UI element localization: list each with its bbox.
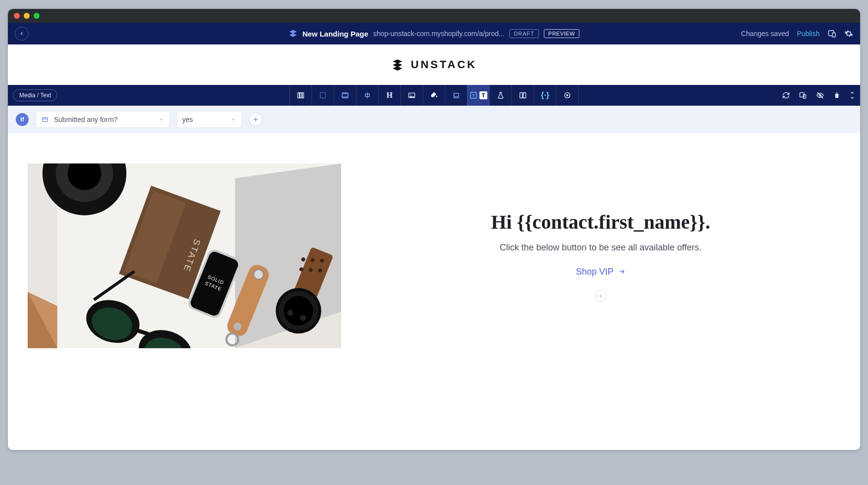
page-url: shop-unstack-com.myshopify.com/a/prod...: [373, 30, 505, 38]
svg-point-12: [410, 94, 411, 95]
publish-button[interactable]: Publish: [797, 30, 820, 38]
tool-align[interactable]: [356, 85, 378, 106]
move-up-button[interactable]: [849, 90, 855, 95]
tool-layout[interactable]: [512, 85, 534, 106]
device-preview-button[interactable]: [828, 29, 836, 38]
app-window: New Landing Page shop-unstack-com.myshop…: [8, 9, 860, 450]
tool-device[interactable]: [799, 91, 807, 99]
tool-visibility[interactable]: [816, 91, 825, 99]
chevron-down-icon: [231, 117, 237, 122]
settings-button[interactable]: [844, 29, 853, 38]
svg-point-20: [567, 95, 568, 96]
app-topbar: New Landing Page shop-unstack-com.myshop…: [8, 23, 860, 44]
section-media[interactable]: STATE SOLID STATE: [28, 163, 341, 348]
content-headline[interactable]: Hi {{contact.first_name}}.: [361, 210, 840, 234]
svg-rect-5: [320, 93, 326, 98]
window-minimize-button[interactable]: [24, 13, 30, 19]
chevron-left-icon: [19, 31, 25, 37]
save-status: Changes saved: [741, 30, 789, 38]
svg-rect-6: [342, 94, 348, 97]
stack-icon: [288, 29, 297, 38]
tool-width[interactable]: [334, 85, 356, 106]
section-right-tools: [782, 85, 855, 106]
unstack-logo-icon: [391, 58, 404, 71]
window-titlebar: [8, 9, 860, 23]
form-icon: [41, 116, 49, 123]
editor-canvas: STATE SOLID STATE: [8, 134, 860, 450]
section-type-tag[interactable]: Media / Text: [13, 89, 57, 101]
svg-rect-13: [454, 93, 458, 97]
cta-label: Shop VIP: [576, 267, 613, 277]
svg-rect-17: [520, 93, 522, 98]
draft-badge: DRAFT: [510, 29, 539, 38]
section-toolbar: Media / Text H T T {·}: [8, 85, 860, 106]
condition-bar: If Submitted any form? yes +: [8, 106, 860, 134]
back-button[interactable]: [15, 27, 29, 40]
condition-value-label: yes: [182, 116, 193, 123]
content-cta-link[interactable]: Shop VIP: [576, 267, 625, 277]
tool-target[interactable]: [556, 85, 579, 106]
tool-heading[interactable]: H: [378, 85, 400, 106]
arrow-right-icon: [618, 268, 626, 275]
tool-refresh[interactable]: [782, 91, 790, 99]
content-subhead[interactable]: Click the below button to be see all ava…: [361, 242, 840, 253]
tool-code[interactable]: {·}: [534, 85, 556, 106]
preview-button[interactable]: PREVIEW: [544, 29, 579, 38]
condition-field-select[interactable]: Submitted any form?: [36, 111, 170, 128]
svg-rect-3: [300, 93, 302, 98]
page-title: New Landing Page: [302, 30, 368, 38]
move-down-button[interactable]: [849, 95, 855, 100]
topbar-center: New Landing Page shop-unstack-com.myshop…: [288, 29, 579, 38]
add-element-button[interactable]: +: [595, 290, 607, 302]
brand-header: UNSTACK: [8, 44, 860, 85]
media-text-section: STATE SOLID STATE: [28, 163, 840, 348]
svg-rect-4: [302, 93, 304, 98]
if-chip: If: [16, 113, 29, 126]
section-content: Hi {{contact.first_name}}. Click the bel…: [361, 210, 840, 302]
tool-image[interactable]: [400, 85, 423, 106]
brand-name: UNSTACK: [411, 58, 477, 71]
add-condition-button[interactable]: +: [249, 113, 263, 126]
tool-delete[interactable]: [833, 91, 840, 99]
svg-text:T: T: [473, 93, 475, 98]
tool-anchor[interactable]: [445, 85, 467, 106]
svg-rect-2: [298, 93, 299, 98]
tool-columns[interactable]: [289, 85, 312, 106]
condition-value-select[interactable]: yes: [177, 111, 242, 128]
svg-rect-1: [832, 33, 835, 37]
tool-background[interactable]: [423, 85, 445, 106]
condition-field-label: Submitted any form?: [54, 116, 118, 123]
section-tool-group: H T T {·}: [289, 85, 579, 106]
tool-spacing[interactable]: [312, 85, 334, 106]
chevron-down-icon: [158, 117, 164, 122]
topbar-right: Changes saved Publish: [741, 29, 853, 38]
tool-text[interactable]: T T: [467, 85, 489, 106]
window-maximize-button[interactable]: [34, 13, 39, 19]
tool-experiment[interactable]: [489, 85, 512, 106]
product-flatlay-image: STATE SOLID STATE: [28, 163, 341, 348]
svg-rect-18: [523, 93, 526, 98]
window-close-button[interactable]: [14, 13, 20, 19]
svg-rect-25: [42, 118, 48, 121]
